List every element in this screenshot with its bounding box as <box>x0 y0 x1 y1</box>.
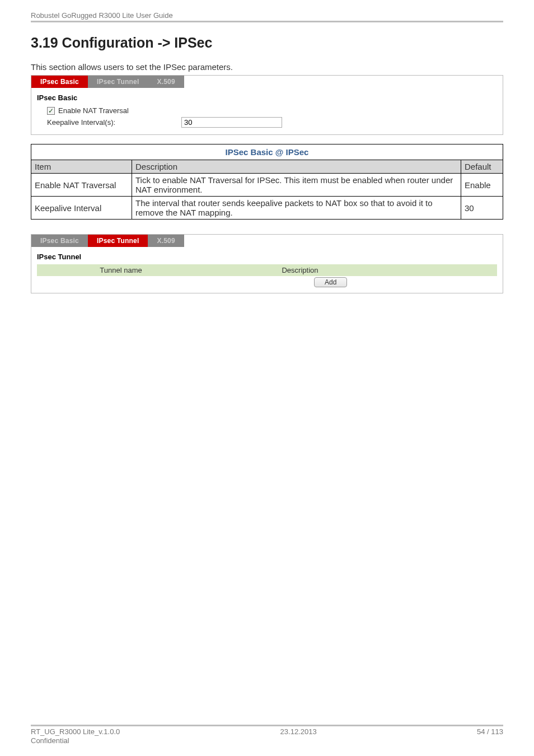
tab-row-basic: IPsec Basic IPsec Tunnel X.509 <box>31 76 503 88</box>
intro-text: This section allows users to set the IPS… <box>31 62 503 72</box>
tab-row-tunnel: IPsec Basic IPsec Tunnel X.509 <box>31 235 503 247</box>
table-row: Enable NAT Traversal Tick to enable NAT … <box>31 174 503 197</box>
footer-date: 23.12.2013 <box>280 727 317 745</box>
group-header-basic: IPsec Basic <box>37 94 497 102</box>
keepalive-label: Keepalive Interval(s): <box>47 118 181 127</box>
head-desc: Description <box>132 160 461 174</box>
ipsec-basic-panel: IPsec Basic IPsec Tunnel X.509 IPsec Bas… <box>31 75 503 135</box>
tab-ipsec-basic[interactable]: IPsec Basic <box>31 76 88 88</box>
keepalive-label-text: Keepalive Interval(s): <box>47 118 115 127</box>
tunnel-list-header: Tunnel name Description <box>37 264 497 276</box>
enable-nat-label: Enable NAT Traversal <box>58 106 129 115</box>
tab-ipsec-tunnel[interactable]: IPsec Tunnel <box>88 76 148 88</box>
param-head-row: Item Description Default <box>31 160 503 174</box>
row-enable-nat: ✓ Enable NAT Traversal <box>37 105 497 116</box>
footer-left: RT_UG_R3000 Lite_v.1.0.0 Confidential <box>31 727 120 745</box>
tab-ipsec-tunnel[interactable]: IPsec Tunnel <box>88 235 148 247</box>
head-default: Default <box>461 160 503 174</box>
list-head-name: Tunnel name <box>37 264 205 276</box>
check-icon[interactable]: ✓ <box>47 107 55 115</box>
group-header-tunnel: IPsec Tunnel <box>37 253 497 261</box>
keepalive-input[interactable] <box>181 117 282 128</box>
param-table: IPSec Basic @ IPSec Item Description Def… <box>31 144 503 220</box>
row-keepalive: Keepalive Interval(s): <box>37 116 497 129</box>
cell-def: 30 <box>461 197 503 220</box>
tab-x509[interactable]: X.509 <box>148 235 184 247</box>
footer-confidential: Confidential <box>31 736 120 745</box>
footer-rule <box>31 725 503 726</box>
tab-x509[interactable]: X.509 <box>148 76 184 88</box>
footer-doc: RT_UG_R3000 Lite_v.1.0.0 <box>31 727 120 736</box>
head-item: Item <box>31 160 132 174</box>
panel1-content: IPsec Basic ✓ Enable NAT Traversal Keepa… <box>31 88 503 134</box>
tab-ipsec-basic[interactable]: IPsec Basic <box>31 235 88 247</box>
add-button[interactable]: Add <box>314 277 347 287</box>
list-head-desc: Description <box>205 264 395 276</box>
cell-def: Enable <box>461 174 503 197</box>
page-header: Robustel GoRugged R3000 Lite User Guide <box>31 11 503 22</box>
header-guide: Robustel GoRugged R3000 Lite User Guide <box>31 11 503 20</box>
table-row: Keepalive Interval The interval that rou… <box>31 197 503 220</box>
cell-item: Keepalive Interval <box>31 197 132 220</box>
footer-row: RT_UG_R3000 Lite_v.1.0.0 Confidential 23… <box>31 727 503 745</box>
enable-nat-label-wrap[interactable]: ✓ Enable NAT Traversal <box>47 106 181 115</box>
cell-desc: Tick to enable NAT Traversal for IPSec. … <box>132 174 461 197</box>
cell-desc: The interval that router sends keepalive… <box>132 197 461 220</box>
header-rule <box>31 21 503 22</box>
add-row: Add <box>37 276 497 292</box>
section-title: 3.19 Configuration -> IPSec <box>31 35 503 51</box>
param-caption: IPSec Basic @ IPSec <box>31 144 503 160</box>
footer-page: 54 / 113 <box>477 727 503 745</box>
ipsec-tunnel-panel: IPsec Basic IPsec Tunnel X.509 IPsec Tun… <box>31 234 503 293</box>
param-caption-row: IPSec Basic @ IPSec <box>31 144 503 160</box>
page-footer: RT_UG_R3000 Lite_v.1.0.0 Confidential 23… <box>31 725 503 745</box>
cell-item: Enable NAT Traversal <box>31 174 132 197</box>
panel2-content: IPsec Tunnel Tunnel name Description Add <box>31 247 503 293</box>
